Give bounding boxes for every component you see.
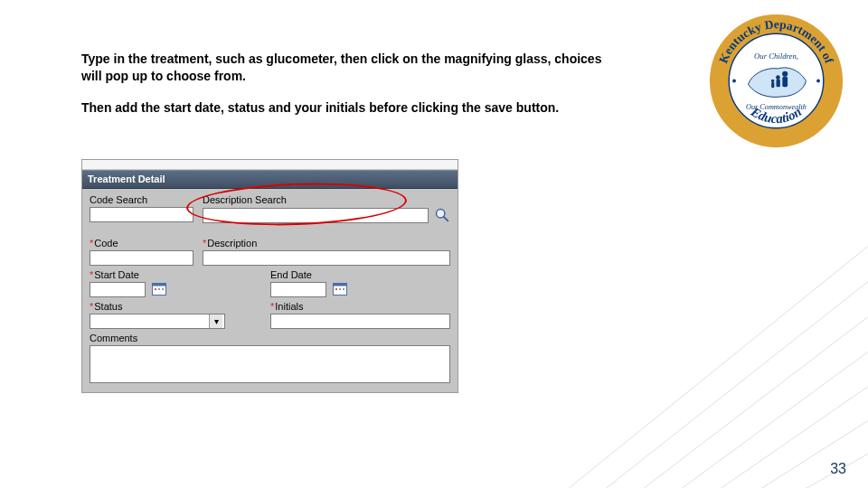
treatment-detail-panel: Treatment Detail Code Search Description… [81,159,458,393]
svg-point-29 [732,80,736,83]
input-description-search[interactable] [203,208,429,223]
select-status[interactable] [90,314,225,329]
logo-center-top: Our Children, [754,52,798,61]
label-comments: Comments [90,329,450,345]
instruction-2: Then add the start date, status and your… [81,99,624,117]
search-icon[interactable] [434,207,450,223]
label-start-date: *Start Date [90,266,261,282]
page-number: 33 [830,461,846,477]
svg-rect-13 [162,288,164,290]
instruction-1: Type in the treatment, such as glucomete… [81,51,624,85]
svg-line-0 [524,217,868,488]
kde-logo: Kentucky Department of Education Our Chi… [706,11,846,151]
label-description-search: Description Search [203,191,450,207]
svg-rect-28 [771,82,774,88]
svg-rect-24 [782,77,788,88]
svg-line-1 [561,253,868,488]
input-initials[interactable] [270,314,450,329]
svg-line-2 [597,289,868,488]
textarea-comments[interactable] [90,345,450,383]
svg-rect-26 [777,80,780,88]
svg-rect-10 [153,284,166,286]
panel-topbar [82,160,458,170]
input-code[interactable] [90,250,193,266]
label-status: *Status [90,297,261,314]
input-description[interactable] [203,250,450,266]
svg-rect-18 [343,288,344,290]
svg-rect-16 [335,288,337,290]
logo-center-bottom: Our Commonwealth [746,103,807,111]
svg-point-23 [782,71,788,77]
input-start-date[interactable] [90,282,146,297]
input-end-date[interactable] [270,282,326,297]
svg-point-25 [776,75,780,80]
svg-line-6 [741,434,868,488]
svg-point-30 [816,80,820,83]
svg-line-8 [444,217,448,221]
slide-text: Type in the treatment, such as glucomete… [81,51,624,131]
calendar-icon[interactable] [152,282,166,296]
decor-lines [524,181,868,488]
svg-rect-11 [155,288,156,290]
label-end-date: End Date [270,266,450,282]
label-initials: *Initials [270,297,450,314]
svg-rect-15 [334,284,347,286]
input-code-search[interactable] [90,207,193,222]
calendar-icon[interactable] [333,282,347,296]
svg-rect-12 [158,288,160,290]
svg-point-27 [771,80,774,82]
panel-body: Code Search Description Search *Code [82,189,458,392]
label-code-search: Code Search [90,191,193,207]
label-description: *Description [203,234,450,250]
svg-rect-17 [339,288,341,290]
panel-title: Treatment Detail [82,170,458,189]
label-code: *Code [90,234,193,250]
